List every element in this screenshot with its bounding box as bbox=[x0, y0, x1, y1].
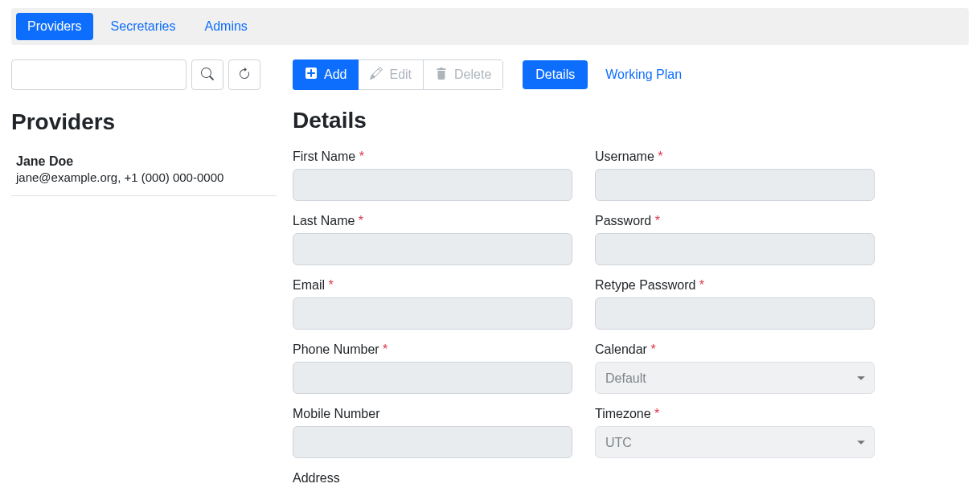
search-input[interactable] bbox=[11, 59, 187, 90]
password-label: Password * bbox=[595, 214, 875, 228]
trash-icon bbox=[435, 67, 448, 83]
first-name-label: First Name * bbox=[293, 150, 572, 164]
edit-button[interactable]: Edit bbox=[359, 59, 424, 90]
calendar-select[interactable]: Default bbox=[595, 362, 875, 394]
address-label: Address bbox=[293, 471, 572, 486]
plus-icon bbox=[305, 67, 318, 83]
first-name-field[interactable] bbox=[293, 169, 572, 201]
last-name-label: Last Name * bbox=[293, 214, 572, 228]
phone-field[interactable] bbox=[293, 362, 572, 394]
add-button[interactable]: Add bbox=[293, 59, 359, 90]
delete-button-label: Delete bbox=[454, 68, 491, 82]
username-label: Username * bbox=[595, 150, 875, 164]
timezone-select[interactable]: UTC bbox=[595, 426, 875, 458]
mobile-label: Mobile Number bbox=[293, 407, 572, 421]
tab-secretaries[interactable]: Secretaries bbox=[100, 13, 187, 40]
subtab-group: Details Working Plan bbox=[523, 60, 695, 89]
tab-admins[interactable]: Admins bbox=[194, 13, 259, 40]
list-item[interactable]: Jane Doe jane@example.org, +1 (000) 000-… bbox=[11, 151, 277, 196]
refresh-button[interactable] bbox=[228, 59, 260, 90]
search-icon bbox=[201, 68, 214, 83]
phone-label: Phone Number * bbox=[293, 342, 572, 357]
list-item-name: Jane Doe bbox=[16, 154, 272, 169]
retype-password-field[interactable] bbox=[595, 297, 875, 330]
email-field[interactable] bbox=[293, 297, 572, 330]
details-title: Details bbox=[293, 108, 969, 133]
calendar-label: Calendar * bbox=[595, 342, 875, 357]
edit-icon bbox=[370, 67, 383, 83]
left-title: Providers bbox=[11, 109, 277, 135]
subtab-details[interactable]: Details bbox=[523, 60, 588, 89]
email-label: Email * bbox=[293, 278, 572, 293]
action-button-group: Add Edit Delete bbox=[293, 59, 503, 90]
edit-button-label: Edit bbox=[389, 68, 412, 82]
password-field[interactable] bbox=[595, 233, 875, 265]
tab-providers[interactable]: Providers bbox=[16, 13, 93, 40]
list-item-sub: jane@example.org, +1 (000) 000-0000 bbox=[16, 170, 272, 184]
subtab-working-plan[interactable]: Working Plan bbox=[593, 60, 695, 89]
delete-button[interactable]: Delete bbox=[424, 59, 503, 90]
top-nav-tabs: Providers Secretaries Admins bbox=[11, 8, 969, 45]
add-button-label: Add bbox=[324, 68, 346, 82]
refresh-icon bbox=[238, 68, 251, 83]
search-button[interactable] bbox=[191, 59, 223, 90]
timezone-label: Timezone * bbox=[595, 407, 875, 421]
last-name-field[interactable] bbox=[293, 233, 572, 265]
retype-password-label: Retype Password * bbox=[595, 278, 875, 293]
mobile-field[interactable] bbox=[293, 426, 572, 458]
username-field[interactable] bbox=[595, 169, 875, 201]
